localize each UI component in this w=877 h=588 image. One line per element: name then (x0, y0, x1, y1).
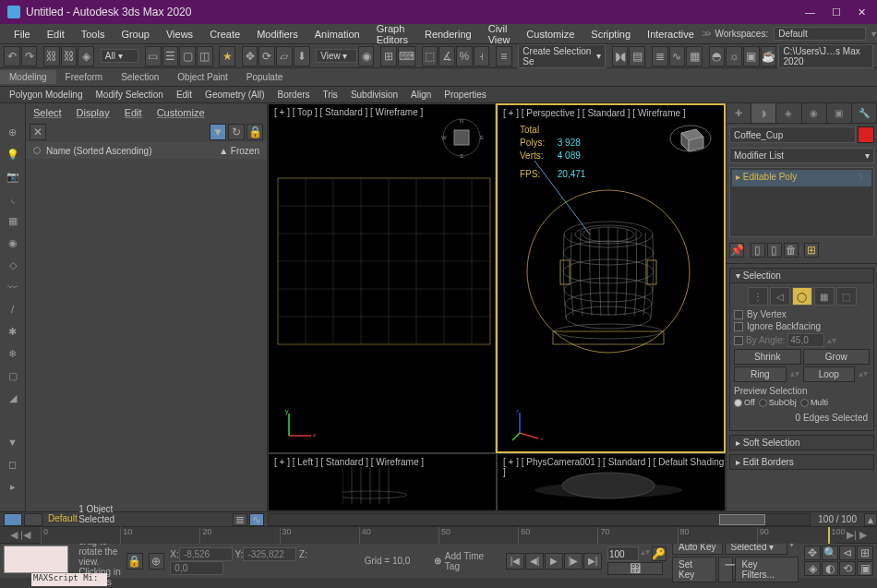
layer-button[interactable]: ≣ (652, 46, 668, 66)
goto-start-button[interactable]: |◀ (506, 553, 524, 570)
select-region-button[interactable]: ▢ (179, 46, 196, 66)
subobj-border[interactable]: ◯ (792, 287, 812, 306)
workspace-switcher[interactable]: >> Workspaces: ▾ (703, 27, 876, 41)
cloth-icon[interactable]: ❄ (4, 345, 22, 362)
sub-props[interactable]: Properties (438, 89, 492, 101)
play-button[interactable]: ▶ (545, 553, 563, 570)
sub-modsel[interactable]: Modify Selection (90, 89, 169, 101)
tab-freeform[interactable]: Freeform (56, 70, 113, 84)
rollout-selection-header[interactable]: ▾ Selection (729, 268, 874, 283)
maxscript-thumb[interactable] (4, 546, 68, 573)
frame-input[interactable] (607, 546, 639, 561)
sub-borders[interactable]: Borders (272, 89, 316, 101)
menu-file[interactable]: File (6, 29, 39, 40)
subobj-polygon[interactable]: ▦ (814, 287, 835, 306)
close-icon[interactable]: ✕ (30, 124, 46, 140)
roll-icon[interactable]: ⟲ (839, 561, 856, 576)
menu-animation[interactable]: Animation (306, 29, 368, 40)
cmdtab-display[interactable]: ▣ (827, 103, 852, 123)
menu-group[interactable]: Group (113, 29, 158, 40)
setkey-go-button[interactable]: ⟿ (718, 557, 733, 582)
scene-menu-edit[interactable]: Edit (125, 107, 142, 118)
object-name-input[interactable] (729, 126, 856, 143)
vplayout-single[interactable] (24, 513, 42, 526)
setkey-button[interactable]: Set Key (672, 557, 716, 582)
maxscript-output[interactable]: MAXScript Mi: (31, 573, 107, 586)
track-hier-icon[interactable]: ≣ (233, 513, 247, 526)
cmdtab-motion[interactable]: ◉ (802, 103, 827, 123)
tab-objectpaint[interactable]: Object Paint (168, 70, 236, 84)
time-tag-icon[interactable]: ⊕ (434, 556, 441, 566)
configure-icon[interactable]: ⊞ (804, 243, 819, 258)
helper-icon[interactable]: ◇ (4, 257, 22, 273)
placement-button[interactable]: ⬇ (294, 46, 310, 66)
camera-icon[interactable]: 📷 (4, 168, 22, 185)
repeat-icon[interactable]: ↻ (228, 124, 245, 140)
vplayout-quad[interactable] (4, 513, 22, 526)
make-unique-icon[interactable]: ▯ (767, 243, 782, 258)
maximize-button[interactable]: ☐ (832, 6, 841, 18)
grow-button[interactable]: Grow (803, 349, 871, 365)
modifier-stack[interactable]: ▸ Editable Poly〉 (729, 167, 874, 237)
cmdtab-modify[interactable]: ◗ (751, 103, 776, 123)
lock-icon[interactable]: 🔒 (246, 124, 263, 140)
scroll-up-icon[interactable]: ▴ (864, 513, 877, 526)
sub-geom[interactable]: Geometry (All) (199, 89, 270, 101)
byangle-input[interactable] (787, 333, 824, 347)
prev-frame-button[interactable]: ◀| (525, 553, 544, 570)
coord-y[interactable]: -325,822 (243, 547, 296, 561)
snow-icon[interactable]: ✱ (4, 323, 22, 340)
select-button[interactable]: ▭ (145, 46, 162, 66)
schematic-button[interactable]: ▦ (686, 46, 703, 66)
highlight-button[interactable]: ★ (219, 46, 235, 66)
select-name-button[interactable]: ☰ (162, 46, 179, 66)
coord-x[interactable]: -8,526 (179, 547, 233, 561)
geom-icon[interactable]: ▦ (4, 212, 22, 229)
radio-subobj[interactable]: SubObj (759, 398, 797, 407)
timeconfig-button[interactable]: ⷟ (607, 562, 663, 575)
scene-menu-select[interactable]: Select (33, 107, 62, 118)
scene-tree[interactable] (26, 159, 267, 511)
editor-button[interactable]: ≡ (496, 46, 512, 66)
container-icon[interactable]: ◻ (4, 456, 22, 473)
time-thumb[interactable] (719, 514, 765, 525)
menu-interactive[interactable]: Interactive (639, 29, 703, 40)
tab-selection[interactable]: Selection (112, 70, 168, 84)
sub-edit[interactable]: Edit (171, 89, 198, 101)
timeline-left[interactable]: ◀ |◀ (0, 529, 41, 541)
scale-button[interactable]: ▱ (276, 46, 293, 66)
radio-off[interactable]: Off (734, 398, 755, 407)
sub-tris[interactable]: Tris (318, 89, 343, 101)
redo-button[interactable]: ↷ (21, 46, 38, 66)
snap-button[interactable]: ⬚ (422, 46, 438, 66)
close-button[interactable]: ✕ (858, 6, 866, 18)
sphere-icon[interactable]: ◉ (4, 234, 22, 251)
render-setup-button[interactable]: ☼ (726, 46, 742, 66)
viewport-persp-label[interactable]: [ + ] [ Perspective ] [ Standard ] [ Wir… (503, 108, 686, 118)
curve-icon[interactable]: ◟ (4, 190, 22, 207)
modifier-list-dropdown[interactable]: Modifier List▾ (729, 148, 874, 163)
curve-editor-button[interactable]: ∿ (669, 46, 686, 66)
coord-z[interactable]: 0,0 (170, 561, 223, 575)
light-icon[interactable]: 💡 (4, 146, 22, 162)
selection-filter[interactable]: All ▾ (101, 49, 138, 63)
viewport-camera[interactable]: [ + ] [ PhysCamera001 ] [ Standard ] [ D… (497, 453, 726, 511)
menu-modifiers[interactable]: Modifiers (248, 29, 306, 40)
viewport-left-label[interactable]: [ + ] [ Left ] [ Standard ] [ Wireframe … (274, 457, 424, 467)
viewport-top-label[interactable]: [ + ] [ Top ] [ Standard ] [ Wireframe ] (274, 107, 423, 117)
fold-icon[interactable]: ◢ (4, 390, 22, 406)
key-icon[interactable]: 🔑 (652, 546, 667, 561)
material-button[interactable]: ◓ (709, 46, 726, 66)
unlink-button[interactable]: ⛓ (61, 46, 78, 66)
lock-selection-icon[interactable]: 🔒 (126, 553, 143, 570)
orbit-icon[interactable]: ◐ (822, 561, 838, 576)
cmdtab-hierarchy[interactable]: ◈ (776, 103, 801, 123)
zoom-ext-icon[interactable]: ◈ (804, 561, 821, 576)
viewport-perspective[interactable]: [ + ] [ Perspective ] [ Standard ] [ Wir… (496, 103, 726, 453)
time-slider-track[interactable] (268, 513, 811, 526)
viewport-cam-label[interactable]: [ + ] [ PhysCamera001 ] [ Standard ] [ D… (503, 457, 725, 477)
render-frame-button[interactable]: ▣ (743, 46, 760, 66)
globe-icon[interactable]: ⊕ (4, 124, 22, 140)
minimize-button[interactable]: — (805, 6, 815, 18)
funnel-icon[interactable]: ▼ (210, 124, 226, 140)
